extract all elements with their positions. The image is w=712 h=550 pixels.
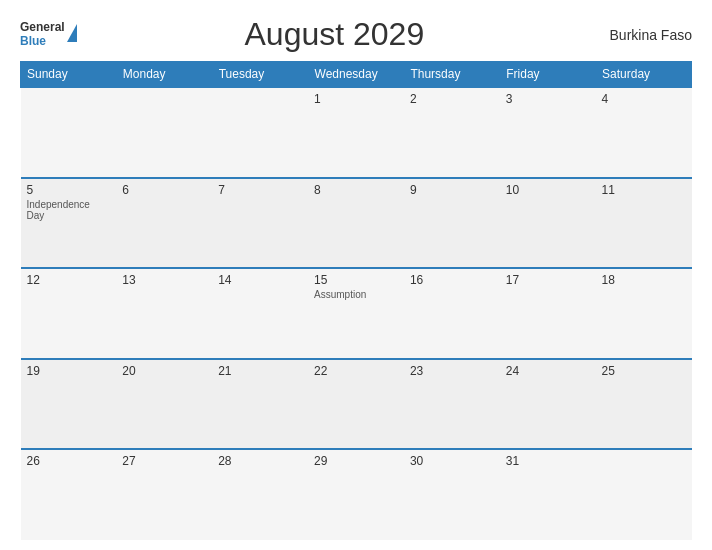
calendar-cell: 10 [500, 178, 596, 269]
day-number: 27 [122, 454, 206, 468]
calendar-cell [21, 87, 117, 178]
calendar-cell: 7 [212, 178, 308, 269]
day-number: 12 [27, 273, 111, 287]
calendar-cell: 17 [500, 268, 596, 359]
calendar-cell: 24 [500, 359, 596, 450]
days-of-week-row: SundayMondayTuesdayWednesdayThursdayFrid… [21, 62, 692, 88]
week-row-1: 1234 [21, 87, 692, 178]
day-number: 13 [122, 273, 206, 287]
day-of-week-sunday: Sunday [21, 62, 117, 88]
calendar-header: SundayMondayTuesdayWednesdayThursdayFrid… [21, 62, 692, 88]
calendar-cell: 15Assumption [308, 268, 404, 359]
calendar-cell: 16 [404, 268, 500, 359]
day-number: 9 [410, 183, 494, 197]
calendar-cell: 4 [596, 87, 692, 178]
day-number: 24 [506, 364, 590, 378]
page-header: General Blue August 2029 Burkina Faso [20, 16, 692, 53]
calendar-cell: 19 [21, 359, 117, 450]
holiday-label: Independence Day [27, 199, 111, 221]
week-row-4: 19202122232425 [21, 359, 692, 450]
country-label: Burkina Faso [592, 27, 692, 43]
logo-blue-text: Blue [20, 35, 65, 48]
day-number: 10 [506, 183, 590, 197]
day-number: 6 [122, 183, 206, 197]
day-number: 3 [506, 92, 590, 106]
day-number: 21 [218, 364, 302, 378]
calendar-cell: 23 [404, 359, 500, 450]
week-row-3: 12131415Assumption161718 [21, 268, 692, 359]
calendar-cell: 13 [116, 268, 212, 359]
calendar-table: SundayMondayTuesdayWednesdayThursdayFrid… [20, 61, 692, 540]
day-of-week-saturday: Saturday [596, 62, 692, 88]
day-number: 14 [218, 273, 302, 287]
calendar-cell: 21 [212, 359, 308, 450]
calendar-cell: 8 [308, 178, 404, 269]
day-number: 20 [122, 364, 206, 378]
calendar-cell: 2 [404, 87, 500, 178]
day-number: 28 [218, 454, 302, 468]
logo-text: General Blue [20, 21, 65, 47]
week-row-2: 5Independence Day67891011 [21, 178, 692, 269]
calendar-cell: 25 [596, 359, 692, 450]
calendar-cell: 18 [596, 268, 692, 359]
calendar-cell: 31 [500, 449, 596, 540]
day-number: 18 [602, 273, 686, 287]
calendar-cell: 27 [116, 449, 212, 540]
logo-general-text: General [20, 21, 65, 34]
calendar-cell: 30 [404, 449, 500, 540]
calendar-cell [116, 87, 212, 178]
day-of-week-thursday: Thursday [404, 62, 500, 88]
day-number: 8 [314, 183, 398, 197]
page-title: August 2029 [77, 16, 592, 53]
day-number: 26 [27, 454, 111, 468]
calendar-cell: 1 [308, 87, 404, 178]
day-number: 16 [410, 273, 494, 287]
day-number: 23 [410, 364, 494, 378]
holiday-label: Assumption [314, 289, 398, 300]
day-number: 2 [410, 92, 494, 106]
day-number: 4 [602, 92, 686, 106]
logo: General Blue [20, 21, 77, 47]
week-row-5: 262728293031 [21, 449, 692, 540]
day-number: 17 [506, 273, 590, 287]
calendar-cell: 6 [116, 178, 212, 269]
calendar-cell: 12 [21, 268, 117, 359]
day-number: 30 [410, 454, 494, 468]
calendar-body: 12345Independence Day6789101112131415Ass… [21, 87, 692, 540]
day-of-week-monday: Monday [116, 62, 212, 88]
day-number: 19 [27, 364, 111, 378]
calendar-cell: 9 [404, 178, 500, 269]
day-number: 1 [314, 92, 398, 106]
calendar-cell: 26 [21, 449, 117, 540]
logo-triangle-icon [67, 24, 77, 42]
calendar-cell: 29 [308, 449, 404, 540]
calendar-cell: 5Independence Day [21, 178, 117, 269]
day-number: 31 [506, 454, 590, 468]
calendar-cell: 14 [212, 268, 308, 359]
day-of-week-wednesday: Wednesday [308, 62, 404, 88]
day-of-week-tuesday: Tuesday [212, 62, 308, 88]
calendar-cell: 22 [308, 359, 404, 450]
calendar-cell: 20 [116, 359, 212, 450]
calendar-cell [596, 449, 692, 540]
day-of-week-friday: Friday [500, 62, 596, 88]
calendar-cell [212, 87, 308, 178]
calendar-cell: 3 [500, 87, 596, 178]
calendar-cell: 28 [212, 449, 308, 540]
calendar-cell: 11 [596, 178, 692, 269]
day-number: 29 [314, 454, 398, 468]
day-number: 25 [602, 364, 686, 378]
day-number: 5 [27, 183, 111, 197]
day-number: 22 [314, 364, 398, 378]
day-number: 7 [218, 183, 302, 197]
day-number: 15 [314, 273, 398, 287]
day-number: 11 [602, 183, 686, 197]
